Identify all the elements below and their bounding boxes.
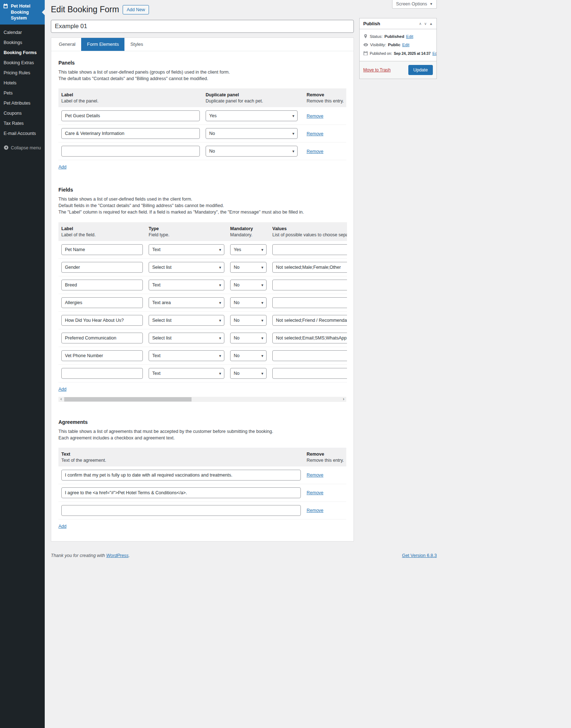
field-type-select[interactable]: Text [149, 350, 224, 361]
panels-table-header: Label Label of the panel. Duplicate pane… [58, 88, 346, 107]
sidebar-item-pets[interactable]: Pets [0, 88, 45, 98]
collapse-menu-button[interactable]: Collapse menu [0, 143, 45, 153]
remove-panel-link[interactable]: Remove [307, 131, 324, 136]
field-mandatory-select[interactable]: No [230, 297, 267, 308]
tab-form-elements[interactable]: Form Elements [81, 38, 124, 51]
field-label-input[interactable] [61, 297, 143, 308]
field-mandatory-select[interactable]: Yes [230, 244, 267, 255]
sidebar-item-booking-forms[interactable]: Booking Forms [0, 48, 45, 58]
remove-panel-link[interactable]: Remove [307, 114, 324, 119]
screen-options-button[interactable]: Screen Options ▼ [392, 0, 437, 9]
wordpress-link[interactable]: WordPress [106, 553, 129, 558]
field-type-select[interactable]: Select list [149, 333, 224, 343]
panel-label-input[interactable] [61, 110, 200, 121]
edit-published-date-link[interactable]: Edit [432, 51, 436, 56]
field-mandatory-select[interactable]: No [230, 280, 267, 290]
panel-label-input[interactable] [61, 128, 200, 139]
field-values-input[interactable] [272, 368, 347, 379]
field-values-input[interactable] [272, 333, 347, 343]
fields-table-header: Label Label of the field. Type Field typ… [58, 222, 347, 241]
booking-form-editor-panel: General Form Elements Styles Panels This… [51, 38, 354, 541]
admin-footer: Thank you for creating with WordPress. G… [51, 553, 437, 565]
agreement-row: Remove [58, 466, 346, 484]
field-values-input[interactable] [272, 315, 347, 326]
field-label-input[interactable] [61, 262, 143, 273]
panel-row: No Remove [58, 125, 346, 142]
collapse-menu-label: Collapse menu [11, 145, 41, 150]
sidebar-item-hotels[interactable]: Hotels [0, 78, 45, 88]
remove-agreement-link[interactable]: Remove [307, 473, 324, 478]
sidebar-item-email-accounts[interactable]: E-mail Accounts [0, 128, 45, 139]
field-type-select[interactable]: Text area [149, 297, 224, 308]
panel-duplicate-select[interactable]: Yes [206, 110, 298, 121]
agreement-text-input[interactable] [61, 505, 301, 516]
order-lower-button[interactable]: ∨ [424, 22, 427, 26]
field-label-input[interactable] [61, 333, 143, 343]
field-values-input[interactable] [272, 262, 347, 273]
field-values-input[interactable] [272, 244, 347, 255]
field-mandatory-select[interactable]: No [230, 350, 267, 361]
sidebar-item-calendar[interactable]: Calendar [0, 27, 45, 38]
panel-label-input[interactable] [61, 146, 200, 157]
add-new-button[interactable]: Add New [123, 5, 149, 15]
update-button[interactable]: Update [408, 65, 433, 75]
field-values-input[interactable] [272, 297, 347, 308]
order-higher-button[interactable]: ∧ [419, 22, 421, 26]
remove-agreement-link[interactable]: Remove [307, 490, 324, 495]
page-header: Edit Booking Form Add New [51, 0, 354, 15]
form-title-input[interactable] [51, 20, 354, 33]
field-type-select[interactable]: Text [149, 244, 224, 255]
tab-general[interactable]: General [53, 38, 81, 51]
field-mandatory-select[interactable]: No [230, 368, 267, 379]
sidebar-item-tax-rates[interactable]: Tax Rates [0, 118, 45, 128]
chevron-down-icon: ▼ [430, 2, 433, 6]
agreements-col-remove: Remove [307, 452, 344, 457]
scrollbar-thumb[interactable] [64, 397, 192, 402]
field-label-input[interactable] [61, 280, 143, 290]
sidebar-item-pet-attributes[interactable]: Pet Attributes [0, 98, 45, 108]
remove-panel-link[interactable]: Remove [307, 149, 324, 154]
add-field-link[interactable]: Add [58, 387, 66, 392]
sidebar-item-bookings[interactable]: Bookings [0, 38, 45, 48]
move-to-trash-link[interactable]: Move to Trash [363, 67, 391, 73]
edit-visibility-link[interactable]: Edit [402, 43, 409, 47]
sidebar-brand-label: Pet Hotel Booking System [11, 3, 42, 21]
remove-agreement-link[interactable]: Remove [307, 508, 324, 513]
status-row: Status: Published Edit [360, 32, 436, 40]
field-type-select[interactable]: Select list [149, 315, 224, 326]
field-type-select[interactable]: Text [149, 368, 224, 379]
edit-status-link[interactable]: Edit [406, 34, 413, 39]
panel-duplicate-select[interactable]: No [206, 146, 298, 157]
field-mandatory-select[interactable]: No [230, 333, 267, 343]
tab-styles[interactable]: Styles [124, 38, 149, 51]
add-panel-link[interactable]: Add [58, 165, 66, 170]
field-label-input[interactable] [61, 368, 143, 379]
add-agreement-link[interactable]: Add [58, 524, 66, 529]
page-title: Edit Booking Form [51, 4, 119, 15]
toggle-panel-button[interactable]: ▲ [429, 22, 433, 26]
field-type-select[interactable]: Select list [149, 262, 224, 273]
field-values-input[interactable] [272, 280, 347, 290]
sidebar-item-pricing-rules[interactable]: Pricing Rules [0, 68, 45, 78]
scrollbar-track[interactable] [64, 397, 341, 402]
field-label-input[interactable] [61, 244, 143, 255]
field-row: Text No [58, 347, 347, 365]
sidebar-item-coupons[interactable]: Coupons [0, 108, 45, 118]
field-label-input[interactable] [61, 350, 143, 361]
get-version-link[interactable]: Get Version 6.8.3 [402, 553, 437, 558]
fields-col-label: Label [61, 226, 143, 231]
panel-duplicate-select[interactable]: No [206, 128, 298, 139]
agreement-text-input[interactable] [61, 470, 301, 481]
sidebar-item-booking-extras[interactable]: Booking Extras [0, 58, 45, 68]
field-label-input[interactable] [61, 315, 143, 326]
scroll-right-button[interactable]: › [341, 397, 346, 402]
field-mandatory-select[interactable]: No [230, 315, 267, 326]
field-mandatory-select[interactable]: No [230, 262, 267, 273]
published-date-value: Sep 24, 2025 at 14:37 [394, 51, 431, 56]
sidebar-brand[interactable]: Pet Hotel Booking System [0, 0, 45, 25]
field-type-select[interactable]: Text [149, 280, 224, 290]
panels-col-label: Label [61, 92, 200, 97]
agreement-text-input[interactable] [61, 487, 301, 498]
scroll-left-button[interactable]: ‹ [58, 397, 64, 402]
field-values-input[interactable] [272, 350, 347, 361]
